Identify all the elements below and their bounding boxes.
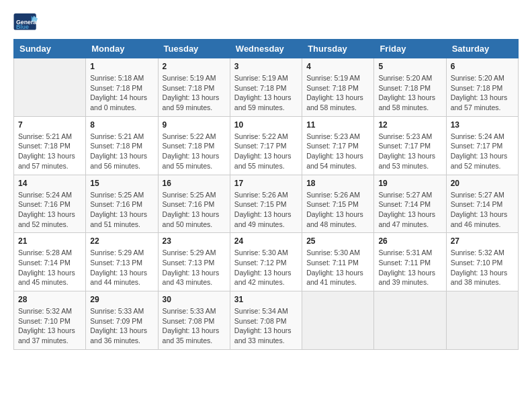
calendar-cell (446, 291, 518, 350)
calendar-cell: 2Sunrise: 5:19 AMSunset: 7:18 PMDaylight… (158, 58, 230, 117)
day-number: 23 (163, 236, 226, 246)
day-number: 26 (378, 236, 441, 246)
day-info: Sunrise: 5:30 AMSunset: 7:12 PMDaylight:… (234, 248, 298, 287)
calendar-cell: 30Sunrise: 5:33 AMSunset: 7:08 PMDayligh… (158, 291, 230, 350)
calendar-cell (374, 291, 446, 350)
day-info: Sunrise: 5:25 AMSunset: 7:16 PMDaylight:… (163, 190, 226, 230)
calendar-week-row: 14Sunrise: 5:24 AMSunset: 7:16 PMDayligh… (14, 175, 519, 233)
day-info: Sunrise: 5:25 AMSunset: 7:16 PMDaylight:… (90, 190, 153, 230)
day-info: Sunrise: 5:32 AMSunset: 7:10 PMDaylight:… (451, 248, 514, 287)
calendar-cell: 10Sunrise: 5:22 AMSunset: 7:17 PMDayligh… (230, 116, 302, 175)
day-info: Sunrise: 5:23 AMSunset: 7:17 PMDaylight:… (378, 132, 441, 171)
calendar-cell: 25Sunrise: 5:30 AMSunset: 7:11 PMDayligh… (302, 233, 374, 291)
day-number: 17 (234, 179, 298, 188)
day-number: 5 (378, 62, 441, 71)
calendar-cell: 3Sunrise: 5:19 AMSunset: 7:18 PMDaylight… (230, 58, 302, 117)
day-number: 8 (90, 120, 153, 130)
day-info: Sunrise: 5:23 AMSunset: 7:17 PMDaylight:… (306, 132, 369, 171)
day-number: 1 (90, 62, 153, 71)
svg-text:Blue: Blue (16, 24, 29, 30)
calendar-cell: 31Sunrise: 5:34 AMSunset: 7:08 PMDayligh… (230, 291, 302, 350)
calendar-cell: 11Sunrise: 5:23 AMSunset: 7:17 PMDayligh… (302, 116, 374, 175)
day-number: 30 (163, 295, 226, 304)
day-number: 10 (234, 120, 298, 130)
calendar-cell: 18Sunrise: 5:26 AMSunset: 7:15 PMDayligh… (302, 175, 374, 233)
day-number: 31 (234, 295, 298, 304)
day-number: 16 (163, 179, 226, 188)
calendar-table: SundayMondayTuesdayWednesdayThursdayFrid… (13, 39, 519, 350)
calendar-cell: 5Sunrise: 5:20 AMSunset: 7:18 PMDaylight… (374, 58, 446, 117)
day-number: 28 (18, 295, 81, 304)
day-info: Sunrise: 5:20 AMSunset: 7:18 PMDaylight:… (378, 73, 441, 113)
calendar-week-row: 28Sunrise: 5:32 AMSunset: 7:10 PMDayligh… (14, 291, 519, 350)
calendar-cell: 28Sunrise: 5:32 AMSunset: 7:10 PMDayligh… (14, 291, 86, 350)
day-number: 11 (306, 120, 369, 130)
calendar-cell (14, 58, 86, 117)
day-number: 2 (163, 62, 226, 71)
calendar-cell: 6Sunrise: 5:20 AMSunset: 7:18 PMDaylight… (446, 58, 518, 117)
weekday-header: Saturday (446, 40, 518, 58)
calendar-cell: 20Sunrise: 5:27 AMSunset: 7:14 PMDayligh… (446, 175, 518, 233)
calendar-cell (302, 291, 374, 350)
calendar-cell: 27Sunrise: 5:32 AMSunset: 7:10 PMDayligh… (446, 233, 518, 291)
day-number: 19 (378, 179, 441, 188)
day-info: Sunrise: 5:18 AMSunset: 7:18 PMDaylight:… (90, 73, 153, 113)
day-number: 24 (234, 236, 298, 246)
logo-icon: General Blue (13, 13, 38, 32)
day-info: Sunrise: 5:19 AMSunset: 7:18 PMDaylight:… (234, 73, 298, 113)
weekday-header: Monday (86, 40, 158, 58)
day-number: 20 (451, 179, 514, 188)
calendar-cell: 8Sunrise: 5:21 AMSunset: 7:18 PMDaylight… (86, 116, 158, 175)
day-info: Sunrise: 5:26 AMSunset: 7:15 PMDaylight:… (306, 190, 369, 230)
day-number: 14 (18, 179, 81, 188)
day-info: Sunrise: 5:34 AMSunset: 7:08 PMDaylight:… (234, 306, 298, 346)
logo: General Blue (13, 13, 38, 32)
calendar-cell: 19Sunrise: 5:27 AMSunset: 7:14 PMDayligh… (374, 175, 446, 233)
day-info: Sunrise: 5:33 AMSunset: 7:08 PMDaylight:… (163, 306, 226, 346)
day-info: Sunrise: 5:33 AMSunset: 7:09 PMDaylight:… (90, 306, 153, 346)
day-info: Sunrise: 5:24 AMSunset: 7:17 PMDaylight:… (451, 132, 514, 171)
day-info: Sunrise: 5:24 AMSunset: 7:16 PMDaylight:… (18, 190, 81, 230)
calendar-cell: 29Sunrise: 5:33 AMSunset: 7:09 PMDayligh… (86, 291, 158, 350)
page-header: General Blue (13, 13, 519, 32)
day-info: Sunrise: 5:29 AMSunset: 7:13 PMDaylight:… (90, 248, 153, 287)
day-info: Sunrise: 5:26 AMSunset: 7:15 PMDaylight:… (234, 190, 298, 230)
day-info: Sunrise: 5:19 AMSunset: 7:18 PMDaylight:… (306, 73, 369, 113)
day-info: Sunrise: 5:22 AMSunset: 7:18 PMDaylight:… (163, 132, 226, 171)
calendar-cell: 23Sunrise: 5:29 AMSunset: 7:13 PMDayligh… (158, 233, 230, 291)
calendar-cell: 21Sunrise: 5:28 AMSunset: 7:14 PMDayligh… (14, 233, 86, 291)
calendar-cell: 12Sunrise: 5:23 AMSunset: 7:17 PMDayligh… (374, 116, 446, 175)
weekday-header: Sunday (14, 40, 86, 58)
calendar-cell: 26Sunrise: 5:31 AMSunset: 7:11 PMDayligh… (374, 233, 446, 291)
calendar-cell: 4Sunrise: 5:19 AMSunset: 7:18 PMDaylight… (302, 58, 374, 117)
day-number: 22 (90, 236, 153, 246)
calendar-week-row: 7Sunrise: 5:21 AMSunset: 7:18 PMDaylight… (14, 116, 519, 175)
day-info: Sunrise: 5:27 AMSunset: 7:14 PMDaylight:… (451, 190, 514, 230)
day-number: 7 (18, 120, 81, 130)
calendar-cell: 9Sunrise: 5:22 AMSunset: 7:18 PMDaylight… (158, 116, 230, 175)
day-number: 21 (18, 236, 81, 246)
day-number: 15 (90, 179, 153, 188)
calendar-cell: 13Sunrise: 5:24 AMSunset: 7:17 PMDayligh… (446, 116, 518, 175)
day-number: 29 (90, 295, 153, 304)
calendar-cell: 24Sunrise: 5:30 AMSunset: 7:12 PMDayligh… (230, 233, 302, 291)
calendar-cell: 15Sunrise: 5:25 AMSunset: 7:16 PMDayligh… (86, 175, 158, 233)
day-info: Sunrise: 5:21 AMSunset: 7:18 PMDaylight:… (18, 132, 81, 171)
day-number: 9 (163, 120, 226, 130)
day-number: 4 (306, 62, 369, 71)
day-info: Sunrise: 5:32 AMSunset: 7:10 PMDaylight:… (18, 306, 81, 346)
day-info: Sunrise: 5:29 AMSunset: 7:13 PMDaylight:… (163, 248, 226, 287)
day-info: Sunrise: 5:21 AMSunset: 7:18 PMDaylight:… (90, 132, 153, 171)
calendar-cell: 14Sunrise: 5:24 AMSunset: 7:16 PMDayligh… (14, 175, 86, 233)
day-info: Sunrise: 5:27 AMSunset: 7:14 PMDaylight:… (378, 190, 441, 230)
weekday-header: Tuesday (158, 40, 230, 58)
weekday-header: Wednesday (230, 40, 302, 58)
day-number: 27 (451, 236, 514, 246)
day-number: 13 (451, 120, 514, 130)
day-info: Sunrise: 5:31 AMSunset: 7:11 PMDaylight:… (378, 248, 441, 287)
calendar-cell: 7Sunrise: 5:21 AMSunset: 7:18 PMDaylight… (14, 116, 86, 175)
weekday-header: Friday (374, 40, 446, 58)
weekday-header-row: SundayMondayTuesdayWednesdayThursdayFrid… (14, 40, 519, 58)
day-info: Sunrise: 5:19 AMSunset: 7:18 PMDaylight:… (163, 73, 226, 113)
calendar-cell: 17Sunrise: 5:26 AMSunset: 7:15 PMDayligh… (230, 175, 302, 233)
